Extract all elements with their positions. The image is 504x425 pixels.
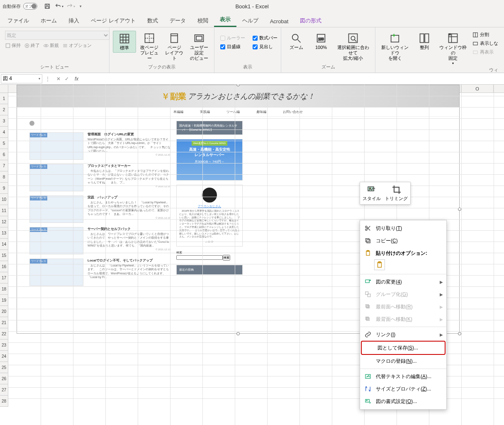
chk-gridlines[interactable]: 目盛線 [220,44,245,50]
tab-file[interactable]: ファイル [2,15,35,27]
tab-data[interactable]: データ [164,15,192,27]
ctx-saveaspic[interactable]: 図として保存(S)... [361,341,446,355]
save-button[interactable] [42,1,52,11]
arrange-all[interactable]: 整列 [413,31,436,52]
sheetview-dropdown[interactable]: 既定 [5,31,110,40]
group-workbookviews: 標準 改ページ プレビュー ページ レイアウト ユーザー設定 のビュー ブックの… [110,27,214,73]
tab-home[interactable]: ホーム [35,15,63,27]
row-header[interactable]: 2 [0,104,8,115]
unhide-button[interactable]: 再表示 [472,49,498,55]
svg-rect-29 [391,35,399,42]
row-header[interactable]: 19 [0,295,8,306]
row-header[interactable]: 15 [0,250,8,261]
ctx-assignmacro[interactable]: マクロの登録(N)... [360,355,446,367]
row-header[interactable]: 3 [0,115,8,127]
style-button[interactable]: スタイル [363,185,381,202]
tab-review[interactable]: 校閲 [192,15,214,27]
sheetview-keep[interactable]: 保持 [5,42,21,49]
resize-handle-se[interactable] [458,332,461,335]
svg-rect-54 [365,280,369,283]
row-header[interactable]: 1 [0,93,8,104]
name-box[interactable]: 図 4▾ [1,74,42,83]
row-header[interactable]: 14 [0,239,8,250]
tab-view[interactable]: 表示 [214,13,236,27]
ctx-cut[interactable]: 切り取り(T) [360,222,446,234]
zoom-button[interactable]: ズーム [285,31,308,52]
chk-formulabar[interactable]: 数式バー [253,35,278,41]
freeze-panes[interactable]: *ウィンドウ枠の 固定▾ [438,31,468,67]
ctx-link[interactable]: リンク(I)▶ [360,328,446,341]
sheetview-exit[interactable]: 終了 [24,42,40,49]
view-pagelayout[interactable]: ページ レイアウト [163,31,186,63]
paste-option-1[interactable] [374,259,385,270]
row-header[interactable]: 5 [0,138,8,149]
select-all-corner[interactable] [0,85,8,93]
svg-rect-48 [367,239,370,243]
row-header[interactable]: 25 [0,362,8,373]
sheetview-options[interactable]: オプション [62,42,92,49]
enter-formula-icon[interactable]: ✓ [65,76,69,82]
ctx-group: グループ化(G)▶ [360,288,446,300]
qat-customize[interactable]: ▾ [77,1,84,11]
new-window[interactable]: 新しいウィンドウ を開く [379,31,411,63]
view-normal[interactable]: 標準 [113,31,136,53]
svg-rect-10 [120,34,129,43]
ctx-alttext[interactable]: 代替テキストの編集(A)... [360,370,446,383]
row-header[interactable]: 21 [0,317,8,328]
sheetview-new[interactable]: 新規 [43,42,59,49]
chk-ruler[interactable]: ルーラー [220,35,245,41]
row-header[interactable]: 20 [0,306,8,317]
zoom-fitselection[interactable]: 選択範囲に合わせて 拡大/縮小 [334,31,372,63]
row-header[interactable]: 17 [0,272,8,283]
redo-button[interactable]: ▾ [66,1,75,11]
row-header[interactable]: 26 [0,373,8,384]
autosave-toggle[interactable]: 自動保存 オフ [2,3,37,10]
row-header[interactable]: 9 [0,183,8,194]
toggle-switch[interactable]: オフ [23,3,37,10]
webpage-sidebar: 国内最速！初期費用無料の高性能レンタルサーバー【ConoHa WING】 Web… [176,121,243,286]
tab-formulas[interactable]: 数式 [141,15,164,27]
ctx-changepic[interactable]: 図の変更(4)▶ [360,276,446,288]
ctx-sendback: 最背面へ移動(K)▶ [360,313,446,325]
ctx-formatpic[interactable]: 図の書式設定(O)... [360,395,446,408]
tab-help[interactable]: ヘルプ [236,15,264,27]
row-header[interactable]: 27 [0,384,8,396]
ctx-copy[interactable]: コピー(C) [360,234,446,247]
row-header[interactable]: 6 [0,149,8,160]
hide-button[interactable]: 表示しな [472,40,498,46]
row-header[interactable]: 24 [0,351,8,362]
group-label-workbookviews: ブックの表示 [113,64,211,71]
tab-pagelayout[interactable]: ページ レイアウト [85,15,141,27]
row-header[interactable]: 18 [0,283,8,295]
row-header[interactable]: 10 [0,194,8,205]
tab-acrobat[interactable]: Acrobat [264,16,295,27]
row-header[interactable]: 8 [0,171,8,183]
tab-insert[interactable]: 挿入 [63,15,85,27]
view-pagebreak[interactable]: 改ページ プレビュー [138,31,161,63]
row-header[interactable]: 7 [0,160,8,171]
crop-button[interactable]: トリミング [385,185,408,202]
fx-icon[interactable]: fx [75,76,78,82]
zoom-100[interactable]: 100100% [309,31,333,52]
row-header[interactable]: 12 [0,216,8,227]
row-header[interactable]: 22 [0,328,8,340]
formula-input[interactable] [82,74,504,83]
chk-headings[interactable]: 見出し [253,44,278,50]
row-header[interactable]: 11 [0,205,8,216]
resize-handle-s[interactable] [236,332,240,335]
row-header[interactable]: 13 [0,227,8,239]
row-header[interactable]: 28 [0,396,8,407]
view-custom[interactable]: ユーザー設定 のビュー [187,31,211,63]
ribbon-tabs: ファイル ホーム 挿入 ページ レイアウト 数式 データ 校閲 表示 ヘルプ A… [0,12,504,27]
ctx-sizeprops[interactable]: サイズとプロパティ(Z)... [360,383,446,395]
undo-button[interactable]: ▾ [54,1,64,11]
cancel-formula-icon[interactable]: ✕ [56,76,61,82]
row-header[interactable]: 4 [0,127,8,138]
group-zoom: ズーム 100100% 選択範囲に合わせて 拡大/縮小 ズーム [281,27,375,73]
split-button[interactable]: 分割 [472,32,498,38]
row-header[interactable]: 23 [0,340,8,351]
tab-pictureformat[interactable]: 図の形式 [294,15,327,27]
row-header[interactable]: 16 [0,261,8,272]
ctx-separator [360,327,446,327]
blank-icon [364,357,372,365]
